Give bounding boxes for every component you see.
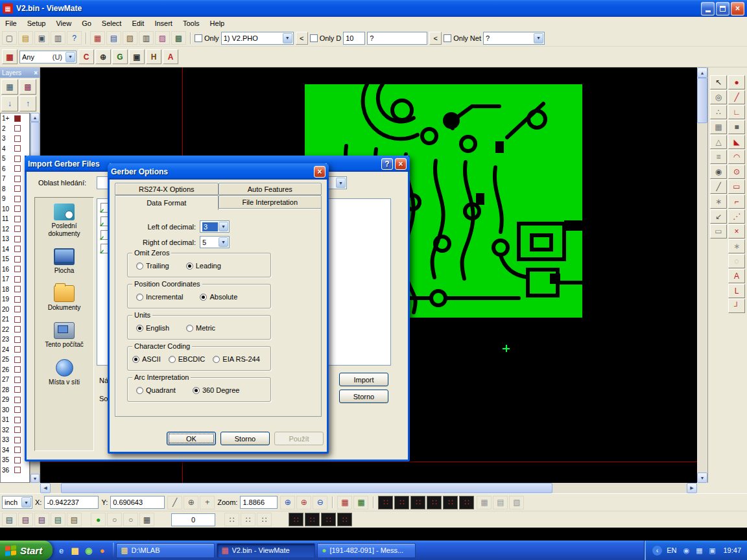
pad-snap-tool[interactable]: ◎: [710, 90, 727, 104]
zoom-in-icon[interactable]: ⊕: [296, 496, 311, 509]
menu-edit[interactable]: Edit: [126, 17, 149, 30]
ie-quicklaunch-icon[interactable]: e: [55, 544, 67, 557]
origin-icon[interactable]: ⊕: [184, 496, 198, 509]
pad-pattern-icon-4[interactable]: ∷: [337, 513, 352, 526]
chevron-down-icon[interactable]: ▼: [21, 497, 31, 508]
layer-color-swatch[interactable]: [14, 236, 21, 242]
aperture-list-icon[interactable]: ▤: [106, 31, 121, 45]
layer-row[interactable]: 2: [1, 124, 29, 134]
layer-color-swatch[interactable]: [14, 417, 21, 423]
dot-grid-icon-3[interactable]: ∷: [257, 513, 272, 526]
canvas-hscroll-thumb[interactable]: [61, 483, 552, 493]
ok-button[interactable]: OK: [167, 432, 216, 445]
context-help-icon[interactable]: ?: [67, 31, 82, 45]
delete-tool[interactable]: ×: [728, 224, 745, 239]
net-combo[interactable]: ? ▼: [483, 32, 545, 45]
add-corner-tool[interactable]: ⌐: [728, 194, 745, 209]
radio-metric[interactable]: Metric: [186, 324, 215, 332]
close-button[interactable]: ×: [731, 2, 744, 16]
lamp-on-icon[interactable]: ○: [123, 513, 138, 526]
menu-view[interactable]: View: [51, 17, 77, 30]
move-tool[interactable]: ↙: [710, 209, 727, 224]
canvas-vertical-scrollbar[interactable]: ▲ ▼: [697, 67, 707, 483]
active-layer-icon[interactable]: ●: [91, 513, 106, 526]
draw-tool[interactable]: ╱: [710, 180, 727, 194]
prev-layer-button[interactable]: <: [296, 32, 308, 45]
menu-insert[interactable]: Insert: [149, 17, 178, 30]
zoom-window-icon[interactable]: ⊕: [280, 496, 295, 509]
x-coordinate-input[interactable]: -0.942237: [44, 496, 99, 509]
radio-button[interactable]: [186, 262, 193, 270]
radio-leading[interactable]: Leading: [186, 262, 221, 270]
canvas-vscroll-thumb[interactable]: [697, 78, 707, 123]
dcode-grid-icon[interactable]: ▦: [2, 49, 18, 64]
film-pattern-icon-1[interactable]: ∷: [378, 496, 393, 509]
film-extra-icon-1[interactable]: ▦: [477, 496, 492, 509]
restore-button[interactable]: [716, 2, 729, 16]
radio-absolute[interactable]: Absolute: [200, 293, 237, 301]
taskbar-button[interactable]: ●[191-482-091] - Mess...: [317, 543, 416, 558]
film-extra-icon-2[interactable]: ▤: [493, 496, 508, 509]
dot-grid-icon-2[interactable]: ∷: [241, 513, 255, 526]
window-titlebar[interactable]: ▦ V2.bin - ViewMate ×: [0, 0, 747, 17]
film-pattern-icon-6[interactable]: ∷: [459, 496, 474, 509]
layer-color-swatch[interactable]: [14, 276, 21, 283]
radio-ebcdic[interactable]: EBCDIC: [169, 355, 206, 363]
apply-button[interactable]: Použít: [274, 432, 324, 445]
radio-button[interactable]: [136, 387, 143, 394]
layer-color-swatch[interactable]: [14, 176, 21, 182]
layer-color-swatch[interactable]: [14, 406, 21, 413]
layer-color-swatch[interactable]: [14, 306, 21, 312]
add-pad-tool[interactable]: ●: [728, 75, 745, 89]
add-filled-rect-tool[interactable]: ■: [728, 120, 745, 134]
tab-data-format[interactable]: Data Format: [115, 195, 219, 210]
only-net-checkbox[interactable]: [444, 34, 451, 42]
layer-color-swatch[interactable]: [14, 377, 21, 383]
menu-tools[interactable]: Tools: [178, 17, 205, 30]
frame-tool[interactable]: ▭: [710, 224, 727, 239]
layer-color-swatch[interactable]: [14, 156, 21, 162]
layer-color-swatch[interactable]: [14, 326, 21, 332]
close-icon[interactable]: ×: [395, 158, 407, 170]
canvas-hscroll-track[interactable]: [51, 483, 687, 493]
pad-pattern-icon-3[interactable]: ∷: [321, 513, 336, 526]
dcode-table-icon[interactable]: ▦: [90, 31, 105, 45]
add-rect-outline-tool[interactable]: ▭: [728, 180, 745, 194]
only-layer-checkbox[interactable]: [195, 34, 202, 42]
scroll-left-icon[interactable]: ◀: [40, 483, 51, 493]
tab-file-interpretation[interactable]: File Interpretation: [219, 195, 322, 209]
print-icon[interactable]: ▥: [51, 31, 65, 45]
a-dcode-button[interactable]: A: [163, 49, 178, 64]
chevron-down-icon[interactable]: ▼: [336, 178, 346, 188]
layerset-icon-3[interactable]: ▤: [34, 513, 49, 526]
layer-color-swatch[interactable]: [14, 437, 21, 443]
split-view-icon[interactable]: ▥: [139, 31, 154, 45]
film-extra-icon-3[interactable]: ▧: [509, 496, 524, 509]
layer-color-swatch[interactable]: [14, 185, 21, 192]
cancel-button[interactable]: Storno: [339, 390, 388, 403]
g-dcode-button[interactable]: G: [112, 49, 128, 64]
chevron-down-icon[interactable]: ▼: [534, 33, 543, 43]
zoom-out-icon[interactable]: ⊖: [313, 496, 327, 509]
menu-help[interactable]: Help: [205, 17, 230, 30]
media-quicklaunch-icon[interactable]: ◉: [82, 544, 95, 557]
radio-eia-rs-244[interactable]: EIA RS-244: [213, 355, 259, 363]
aperture-filter-combo[interactable]: Any (U) ▼: [19, 51, 77, 64]
add-arc-tool[interactable]: ◠: [728, 150, 745, 164]
taskbar-button[interactable]: ▩D:\MLAB: [116, 543, 215, 558]
radio-360-degree[interactable]: 360 Degree: [193, 386, 240, 394]
scroll-right-icon[interactable]: ▶: [687, 483, 697, 493]
film-pattern-icon-5[interactable]: ∷: [443, 496, 458, 509]
menu-go[interactable]: Go: [77, 17, 97, 30]
place-dokumenty[interactable]: Dokumenty: [35, 279, 93, 316]
layer-color-swatch[interactable]: [14, 316, 21, 323]
chevron-down-icon[interactable]: ▼: [283, 33, 292, 43]
layerset-icon-4[interactable]: ▤: [51, 513, 65, 526]
explorer-quicklaunch-icon[interactable]: ▩: [69, 544, 81, 557]
layer-color-swatch[interactable]: [14, 216, 21, 222]
radio-button[interactable]: [193, 387, 200, 394]
taskbar-button[interactable]: ▦V2.bin - ViewMate: [217, 543, 315, 558]
radio-button[interactable]: [213, 356, 220, 363]
place-m-sta-v-s-ti[interactable]: Místa v síti: [35, 353, 93, 391]
start-button[interactable]: Start: [0, 541, 53, 560]
